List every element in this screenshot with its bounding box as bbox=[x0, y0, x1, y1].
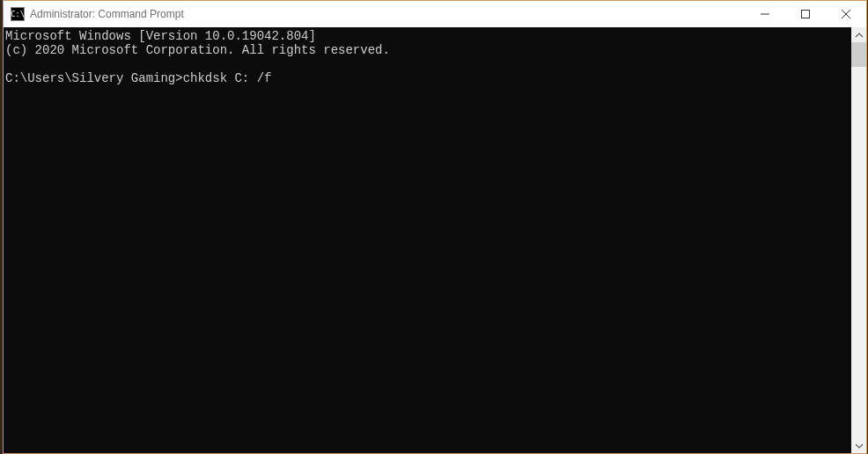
app-icon-text: C:\ bbox=[11, 10, 25, 18]
scroll-up-button[interactable] bbox=[851, 27, 866, 42]
command-text: chkdsk C: /f bbox=[183, 71, 272, 85]
chevron-down-icon bbox=[855, 442, 864, 450]
text-cursor bbox=[271, 73, 278, 85]
prompt-text: C:\Users\Silvery Gaming> bbox=[5, 71, 183, 85]
client-area: Microsoft Windows [Version 10.0.19042.80… bbox=[4, 27, 866, 453]
maximize-button[interactable] bbox=[785, 1, 826, 27]
terminal-output[interactable]: Microsoft Windows [Version 10.0.19042.80… bbox=[4, 27, 851, 453]
titlebar[interactable]: C:\ Administrator: Command Prompt bbox=[4, 1, 866, 27]
app-icon: C:\ bbox=[11, 7, 25, 21]
close-icon bbox=[842, 10, 850, 18]
output-line-copyright: (c) 2020 Microsoft Corporation. All righ… bbox=[5, 43, 390, 57]
maximize-icon bbox=[801, 10, 810, 18]
scrollbar-track[interactable] bbox=[851, 42, 866, 438]
minimize-icon bbox=[761, 10, 769, 18]
chevron-up-icon bbox=[855, 31, 864, 40]
output-line-version: Microsoft Windows [Version 10.0.19042.80… bbox=[5, 29, 316, 43]
scrollbar-thumb[interactable] bbox=[851, 42, 866, 67]
svg-rect-0 bbox=[802, 11, 810, 18]
minimize-button[interactable] bbox=[745, 1, 785, 27]
close-button[interactable] bbox=[826, 1, 866, 27]
window-title: Administrator: Command Prompt bbox=[30, 8, 184, 20]
command-prompt-window: C:\ Administrator: Command Prompt Micros… bbox=[3, 0, 867, 454]
prompt-line: C:\Users\Silvery Gaming>chkdsk C: /f bbox=[5, 71, 278, 85]
scroll-down-button[interactable] bbox=[851, 438, 866, 453]
vertical-scrollbar[interactable] bbox=[851, 27, 866, 453]
